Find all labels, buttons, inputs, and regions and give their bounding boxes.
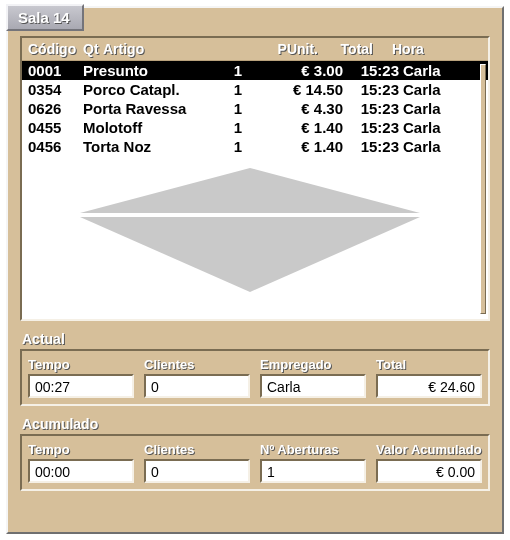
cell-punit: € 1.40	[263, 119, 343, 136]
col-hora: Hora	[392, 41, 482, 57]
cell-punit: € 3.00	[263, 62, 343, 79]
actual-clientes-label: Clientes	[144, 357, 250, 372]
actual-total-label: Total	[376, 357, 482, 372]
acum-tempo-label: Tempo	[28, 442, 134, 457]
cell-artigo: Torta Noz	[83, 138, 213, 155]
col-qt: Qt	[83, 41, 103, 57]
cell-qt: 1	[213, 100, 263, 117]
cell-qt: 1	[213, 119, 263, 136]
table-row[interactable]: 0354Porco Catapl.1€ 14.5015:23Carla	[22, 80, 488, 99]
window-title: Sala 14	[18, 9, 70, 26]
cell-time: 15:23	[343, 81, 403, 98]
col-codigo: Código	[28, 41, 83, 57]
section-actual-row: Tempo 00:27 Clientes 0 Empregado Carla T…	[20, 349, 490, 406]
acum-tempo-field[interactable]: 00:00	[28, 459, 134, 483]
col-punit: PUnit.	[243, 41, 318, 57]
cell-codigo: 0354	[28, 81, 83, 98]
cell-qt: 1	[213, 138, 263, 155]
cell-time: 15:23	[343, 100, 403, 117]
cell-artigo: Porta Ravessa	[83, 100, 213, 117]
actual-empregado-field[interactable]: Carla	[260, 374, 366, 398]
actual-tempo-field[interactable]: 00:27	[28, 374, 134, 398]
cell-codigo: 0001	[28, 62, 83, 79]
cell-punit: € 4.30	[263, 100, 343, 117]
cell-user: Carla	[403, 100, 473, 117]
items-list-panel: Código Qt Artigo PUnit. Total Hora 0001P…	[20, 36, 490, 321]
col-total: Total	[318, 41, 373, 57]
cell-artigo: Molotoff	[83, 119, 213, 136]
acum-clientes-label: Clientes	[144, 442, 250, 457]
actual-empregado-label: Empregado	[260, 357, 366, 372]
acum-aberturas-label: Nº Aberturas	[260, 442, 366, 457]
actual-tempo-label: Tempo	[28, 357, 134, 372]
main-window: Sala 14 Código Qt Artigo PUnit. Total Ho…	[6, 6, 504, 534]
scroll-up-icon[interactable]	[80, 168, 420, 213]
cell-qt: 1	[213, 81, 263, 98]
table-row[interactable]: 0626Porta Ravessa1€ 4.3015:23Carla	[22, 99, 488, 118]
table-row[interactable]: 0456Torta Noz1€ 1.4015:23Carla	[22, 137, 488, 156]
cell-user: Carla	[403, 81, 473, 98]
cell-qt: 1	[213, 62, 263, 79]
cell-time: 15:23	[343, 119, 403, 136]
table-row[interactable]: 0455Molotoff1€ 1.4015:23Carla	[22, 118, 488, 137]
acum-valor-field[interactable]: € 0.00	[376, 459, 482, 483]
window-title-tab: Sala 14	[6, 4, 84, 31]
cell-user: Carla	[403, 62, 473, 79]
vertical-scrollbar[interactable]	[480, 64, 486, 314]
acum-clientes-field[interactable]: 0	[144, 459, 250, 483]
section-acumulado-label: Acumulado	[22, 416, 490, 432]
table-row[interactable]: 0001Presunto1€ 3.0015:23Carla	[22, 61, 488, 80]
col-artigo: Artigo	[103, 41, 243, 57]
sort-indicators	[22, 168, 478, 292]
section-actual-label: Actual	[22, 331, 490, 347]
acum-valor-label: Valor Acumulado	[376, 442, 482, 457]
section-acumulado-row: Tempo 00:00 Clientes 0 Nº Aberturas 1 Va…	[20, 434, 490, 491]
cell-codigo: 0626	[28, 100, 83, 117]
cell-user: Carla	[403, 138, 473, 155]
list-header: Código Qt Artigo PUnit. Total Hora	[22, 38, 488, 61]
cell-artigo: Porco Catapl.	[83, 81, 213, 98]
list-rows: 0001Presunto1€ 3.0015:23Carla0354Porco C…	[22, 61, 488, 156]
scroll-down-icon[interactable]	[80, 217, 420, 292]
cell-codigo: 0456	[28, 138, 83, 155]
cell-user: Carla	[403, 119, 473, 136]
actual-total-field[interactable]: € 24.60	[376, 374, 482, 398]
actual-clientes-field[interactable]: 0	[144, 374, 250, 398]
cell-time: 15:23	[343, 62, 403, 79]
acum-aberturas-field[interactable]: 1	[260, 459, 366, 483]
cell-artigo: Presunto	[83, 62, 213, 79]
cell-time: 15:23	[343, 138, 403, 155]
cell-punit: € 14.50	[263, 81, 343, 98]
cell-codigo: 0455	[28, 119, 83, 136]
cell-punit: € 1.40	[263, 138, 343, 155]
content-area: Código Qt Artigo PUnit. Total Hora 0001P…	[8, 8, 502, 501]
